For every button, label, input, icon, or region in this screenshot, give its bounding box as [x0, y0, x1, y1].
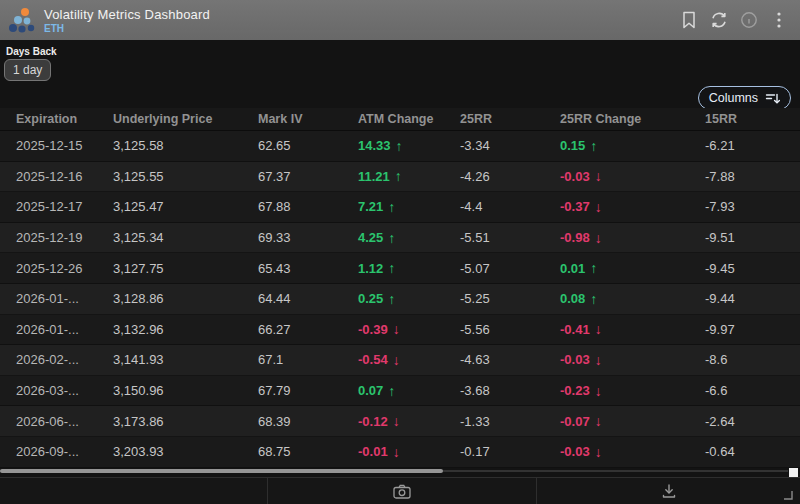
rr25-cell: -4.26 — [460, 169, 560, 184]
header-bar: Volatility Metrics Dashboard ETH — [0, 0, 800, 40]
download-button[interactable] — [658, 480, 680, 502]
change-arrow-icon: ↑ — [388, 383, 395, 399]
column-header-mark-iv[interactable]: Mark IV — [258, 112, 358, 126]
columns-button[interactable]: Columns — [698, 86, 791, 110]
rr25-change-cell: 0.08 ↑ — [560, 291, 705, 307]
rr15-cell: -9.45 — [705, 261, 800, 276]
horizontal-scrollbar[interactable] — [0, 468, 800, 474]
table-row: 2026-01-... 3,132.96 66.27 -0.39 ↓ -5.56… — [0, 315, 800, 346]
more-menu-button[interactable] — [768, 9, 790, 31]
bookmark-button[interactable] — [678, 9, 700, 31]
change-arrow-icon: ↑ — [395, 168, 402, 184]
rr25-change-value: -0.03 — [560, 444, 590, 459]
mark-iv-cell: 68.39 — [258, 414, 358, 429]
atm-change-cell: -0.01 ↓ — [358, 444, 460, 460]
rr25-change-cell: -0.03 ↓ — [560, 352, 705, 368]
column-header-underlying-price[interactable]: Underlying Price — [113, 112, 258, 126]
rr25-change-cell: -0.23 ↓ — [560, 383, 705, 399]
toolbar-section-left — [0, 478, 268, 504]
rr25-cell: -0.17 — [460, 444, 560, 459]
underlying-price-cell: 3,127.75 — [113, 261, 258, 276]
mark-iv-cell: 62.65 — [258, 138, 358, 153]
scrollbar-thumb[interactable] — [0, 469, 443, 473]
mark-iv-cell: 67.1 — [258, 352, 358, 367]
refresh-button[interactable] — [708, 9, 730, 31]
table-header-row: Expiration Underlying Price Mark IV ATM … — [0, 108, 800, 131]
rr15-cell: -7.88 — [705, 169, 800, 184]
atm-change-cell: -0.54 ↓ — [358, 352, 460, 368]
mark-iv-cell: 64.44 — [258, 291, 358, 306]
column-header-25rr[interactable]: 25RR — [460, 112, 560, 126]
rr25-cell: -5.51 — [460, 230, 560, 245]
atm-change-cell: 0.25 ↑ — [358, 291, 460, 307]
atm-change-value: 14.33 — [358, 138, 391, 153]
info-button[interactable] — [738, 9, 760, 31]
atm-change-cell: -0.39 ↓ — [358, 321, 460, 337]
atm-change-cell: 7.21 ↑ — [358, 199, 460, 215]
bottom-toolbar — [0, 477, 800, 504]
rr15-cell: -9.44 — [705, 291, 800, 306]
underlying-price-cell: 3,203.93 — [113, 444, 258, 459]
table-row: 2026-02-... 3,141.93 67.1 -0.54 ↓ -4.63 … — [0, 345, 800, 376]
underlying-price-cell: 3,125.47 — [113, 199, 258, 214]
column-header-atm-change[interactable]: ATM Change — [358, 112, 460, 126]
rr15-cell: -0.64 — [705, 444, 800, 459]
atm-change-value: 0.07 — [358, 383, 383, 398]
change-arrow-icon: ↓ — [595, 199, 602, 215]
table-row: 2025-12-16 3,125.55 67.37 11.21 ↑ -4.26 … — [0, 162, 800, 193]
column-header-15rr[interactable]: 15RR — [705, 112, 800, 126]
rr25-change-value: -0.23 — [560, 383, 590, 398]
resize-handle[interactable] — [780, 487, 794, 501]
underlying-price-cell: 3,141.93 — [113, 352, 258, 367]
underlying-price-cell: 3,150.96 — [113, 383, 258, 398]
days-back-label: Days Back — [6, 46, 57, 57]
rr25-change-cell: 0.01 ↑ — [560, 260, 705, 276]
change-arrow-icon: ↓ — [595, 352, 602, 368]
rr25-change-value: 0.15 — [560, 138, 585, 153]
expiration-cell: 2026-02-... — [16, 352, 113, 367]
mark-iv-cell: 67.88 — [258, 199, 358, 214]
rr15-cell: -8.6 — [705, 352, 800, 367]
table-row: 2026-06-... 3,173.86 68.39 -0.12 ↓ -1.33… — [0, 406, 800, 437]
expiration-cell: 2026-03-... — [16, 383, 113, 398]
rr25-cell: -3.68 — [460, 383, 560, 398]
change-arrow-icon: ↓ — [595, 413, 602, 429]
controls-area: Days Back 1 day Columns — [0, 40, 800, 108]
change-arrow-icon: ↓ — [595, 383, 602, 399]
change-arrow-icon: ↓ — [393, 352, 400, 368]
table-body: 2025-12-15 3,125.58 62.65 14.33 ↑ -3.34 … — [0, 131, 800, 468]
rr25-change-value: -0.41 — [560, 322, 590, 337]
expiration-cell: 2025-12-15 — [16, 138, 113, 153]
rr25-cell: -1.33 — [460, 414, 560, 429]
column-header-expiration[interactable]: Expiration — [16, 112, 113, 126]
rr25-cell: -5.07 — [460, 261, 560, 276]
underlying-price-cell: 3,173.86 — [113, 414, 258, 429]
columns-button-label: Columns — [709, 91, 758, 105]
rr15-cell: -6.21 — [705, 138, 800, 153]
rr15-cell: -6.6 — [705, 383, 800, 398]
toolbar-section-right — [537, 478, 800, 504]
change-arrow-icon: ↑ — [388, 230, 395, 246]
table-row: 2025-12-19 3,125.34 69.33 4.25 ↑ -5.51 -… — [0, 223, 800, 254]
rr25-cell: -5.25 — [460, 291, 560, 306]
expiration-cell: 2025-12-17 — [16, 199, 113, 214]
rr15-cell: -9.51 — [705, 230, 800, 245]
column-header-25rr-change[interactable]: 25RR Change — [560, 112, 705, 126]
atm-change-value: -0.12 — [358, 414, 388, 429]
expiration-cell: 2025-12-19 — [16, 230, 113, 245]
days-back-select[interactable]: 1 day — [4, 59, 51, 81]
rr25-change-value: -0.98 — [560, 230, 590, 245]
atm-change-cell: 4.25 ↑ — [358, 230, 460, 246]
expiration-cell: 2026-01-... — [16, 322, 113, 337]
page-title: Volatility Metrics Dashboard — [44, 7, 210, 22]
screenshot-button[interactable] — [391, 480, 413, 502]
rr25-change-cell: -0.07 ↓ — [560, 413, 705, 429]
atm-change-cell: 0.07 ↑ — [358, 383, 460, 399]
change-arrow-icon: ↓ — [595, 321, 602, 337]
rr25-change-value: -0.07 — [560, 414, 590, 429]
change-arrow-icon: ↓ — [393, 413, 400, 429]
table-row: 2026-03-... 3,150.96 67.79 0.07 ↑ -3.68 … — [0, 376, 800, 407]
toolbar-section-middle — [268, 478, 537, 504]
asset-badge: ETH — [44, 23, 210, 34]
rr15-cell: -2.64 — [705, 414, 800, 429]
